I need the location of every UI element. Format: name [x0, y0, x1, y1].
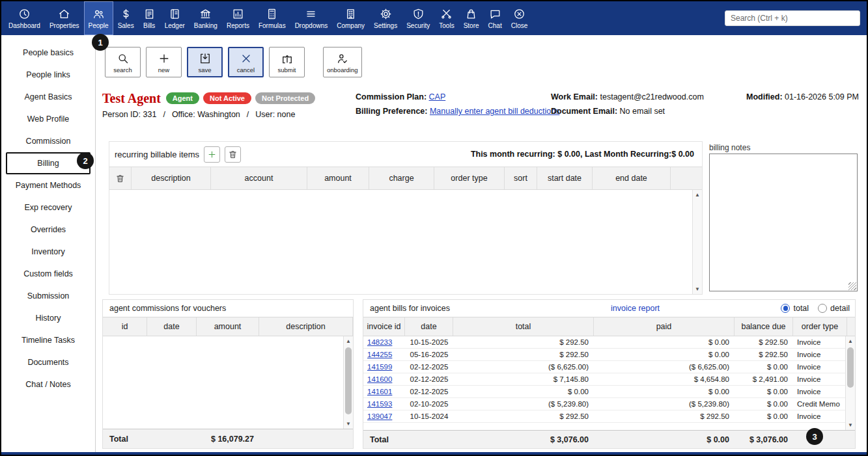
nav-item-banking[interactable]: Banking	[189, 1, 222, 35]
separator: /	[163, 110, 165, 119]
nav-item-security[interactable]: Security	[402, 1, 434, 35]
nav-item-label: Properties	[49, 22, 79, 29]
search-input[interactable]	[725, 10, 860, 26]
sidebar-item-exp-recovery[interactable]: Exp recovery	[1, 196, 95, 219]
invoice-balance-cell: $ 292.50	[735, 349, 793, 360]
nav-item-store[interactable]: Store	[459, 1, 484, 35]
nav-item-properties[interactable]: Properties	[45, 1, 84, 35]
sidebar-item-web-profile[interactable]: Web Profile	[1, 108, 95, 130]
invoice-type-cell: Invoice	[793, 349, 847, 360]
vouchers-scrollbar[interactable]: ▲ ▼	[343, 336, 353, 429]
billing-notes-textarea[interactable]	[709, 154, 858, 291]
invoices-panel: agent bills for invoices invoice report …	[363, 299, 856, 449]
scroll-down-arrow-icon[interactable]: ▼	[693, 284, 702, 294]
sidebar-item-overrides[interactable]: Overrides	[1, 219, 95, 241]
onboarding-button[interactable]: onboarding	[323, 47, 362, 77]
add-recurring-item-button[interactable]	[204, 146, 220, 163]
invoice-id-link[interactable]: 141593	[363, 398, 405, 410]
billing-preference-label: Billing Preference:	[356, 107, 427, 116]
nav-item-sales[interactable]: Sales	[113, 1, 139, 35]
scroll-up-arrow-icon[interactable]: ▲	[344, 336, 353, 346]
nav-item-chat[interactable]: Chat	[484, 1, 507, 35]
recurring-table-header: descriptionaccountamountchargeorder type…	[109, 167, 702, 190]
nav-item-bills[interactable]: Bills	[139, 1, 160, 35]
scroll-down-arrow-icon[interactable]: ▼	[344, 419, 353, 429]
agent-identity: Test Agent AgentNot ActiveNot Protected …	[102, 91, 315, 119]
nav-item-settings[interactable]: Settings	[369, 1, 402, 35]
sidebar-item-submission[interactable]: Submission	[1, 285, 95, 307]
invoice-id-link[interactable]: 148233	[363, 336, 405, 348]
commission-plan-link[interactable]: CAP	[429, 92, 446, 101]
invoices-header-paid: paid	[594, 317, 735, 336]
user: User: none	[255, 110, 295, 119]
nav-item-formulas[interactable]: Formulas	[254, 1, 290, 35]
invoices-total-total: $ 3,076.00	[453, 435, 594, 444]
cancel-icon	[240, 52, 253, 65]
nav-item-company[interactable]: Company	[332, 1, 369, 35]
recurring-scrollbar[interactable]: ▲ ▼	[692, 190, 702, 294]
detail-radio[interactable]	[818, 304, 827, 313]
submit-button[interactable]: submit	[269, 47, 305, 77]
cancel-button[interactable]: cancel	[228, 47, 264, 77]
scroll-up-arrow-icon[interactable]: ▲	[693, 190, 702, 200]
invoices-panel-title: agent bills for invoices	[370, 304, 450, 313]
status-badge-not-protected: Not Protected	[255, 92, 315, 104]
total-radio[interactable]	[781, 304, 790, 313]
annotation-circle-2: 2	[77, 152, 94, 169]
detail-radio-label: detail	[830, 304, 850, 313]
sidebar-item-documents[interactable]: Documents	[1, 351, 95, 373]
work-email-value: testagent@c21redwood.com	[600, 92, 704, 101]
invoice-id-link[interactable]: 141599	[363, 361, 405, 373]
invoice-id-link[interactable]: 141600	[363, 373, 405, 385]
search-button[interactable]: search	[105, 47, 141, 77]
work-email-label: Work Email:	[551, 92, 598, 101]
scroll-down-arrow-icon[interactable]: ▼	[846, 420, 855, 430]
invoice-id-link[interactable]: 141601	[363, 386, 405, 397]
nav-item-label: Tools	[439, 22, 454, 29]
recurring-table-body: ▲ ▼	[109, 190, 702, 294]
billing-preference-link[interactable]: Manually enter agent bill deductions	[430, 107, 559, 116]
invoice-id-link[interactable]: 139047	[363, 410, 405, 422]
scroll-up-arrow-icon[interactable]: ▲	[846, 336, 855, 346]
sidebar-item-custom-fields[interactable]: Custom fields	[1, 263, 95, 285]
nav-item-ledger[interactable]: Ledger	[160, 1, 189, 35]
nav-item-tools[interactable]: Tools	[434, 1, 458, 35]
nav-item-label: Ledger	[165, 22, 185, 29]
invoice-type-cell: Invoice	[793, 386, 847, 397]
scroll-thumb[interactable]	[345, 347, 352, 414]
new-button[interactable]: new	[146, 47, 182, 77]
recurring-header-start-date: start date	[537, 167, 593, 189]
scroll-thumb[interactable]	[847, 347, 854, 388]
nav-item-dropdowns[interactable]: Dropdowns	[290, 1, 333, 35]
sidebar-item-inventory[interactable]: Inventory	[1, 241, 95, 263]
security-icon	[412, 8, 425, 20]
nav-item-label: Reports	[227, 22, 249, 29]
sidebar-item-history[interactable]: History	[1, 307, 95, 329]
invoice-report-link[interactable]: invoice report	[611, 304, 660, 313]
office: Office: Washington	[172, 110, 240, 119]
sidebar-item-people-basics[interactable]: People basics	[1, 42, 95, 64]
sidebar-item-commission[interactable]: Commission	[1, 130, 95, 152]
vouchers-header-description: description	[259, 317, 353, 336]
sidebar-item-people-links[interactable]: People links	[1, 64, 95, 86]
nav-item-dashboard[interactable]: Dashboard	[4, 1, 45, 35]
recurring-header-sort: sort	[505, 167, 537, 189]
annotation-circle-1: 1	[92, 34, 109, 51]
invoice-id-link[interactable]: 144255	[363, 349, 405, 360]
sidebar-item-timeline-tasks[interactable]: Timeline Tasks	[1, 329, 95, 351]
invoice-paid-cell: $ 292.50	[594, 410, 735, 422]
invoices-scrollbar[interactable]: ▲ ▼	[845, 336, 855, 430]
sidebar-item-payment-methods[interactable]: Payment Methods	[1, 174, 95, 196]
onboarding-icon	[336, 52, 349, 65]
sidebar: People basicsPeople linksAgent BasicsWeb…	[1, 35, 96, 452]
nav-item-close[interactable]: Close	[507, 1, 533, 35]
ledger-icon	[169, 8, 181, 20]
nav-item-people[interactable]: People	[84, 1, 113, 35]
invoice-paid-cell: $ 0.00	[594, 349, 735, 360]
save-button[interactable]: save	[187, 47, 223, 77]
sidebar-item-chat-notes[interactable]: Chat / Notes	[1, 373, 95, 396]
sidebar-item-agent-basics[interactable]: Agent Basics	[1, 86, 95, 108]
invoices-header-total: total	[453, 317, 594, 336]
nav-item-reports[interactable]: Reports	[222, 1, 254, 35]
delete-recurring-item-button[interactable]	[225, 146, 241, 163]
